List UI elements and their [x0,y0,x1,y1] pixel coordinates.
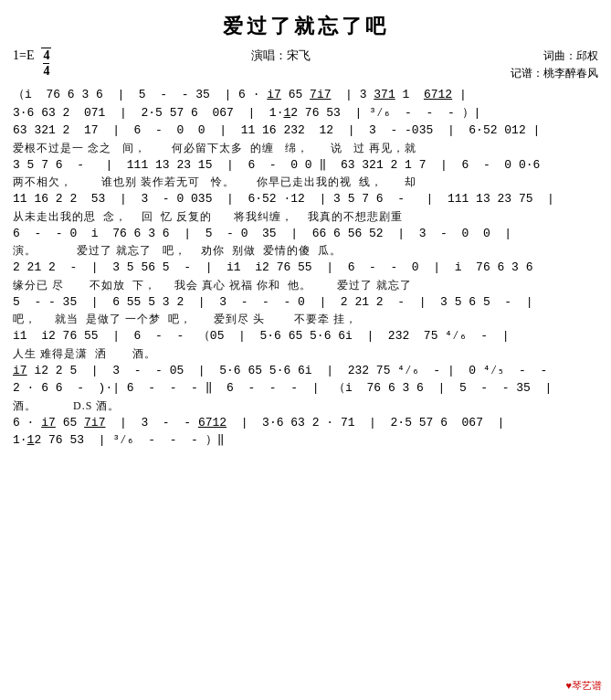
credits: 词曲：邱权 记谱：桃李醉春风 [511,48,598,82]
note-line: 3 5 7 6 - | 111 13 23 15 | 6 - 0 0 ‖ 63 … [13,156,598,175]
note-line: 6 · i7 65 7i7 | 3 - - 6712 | 3·6 63 2 · … [13,414,598,432]
note-line: 63 321 2 17 | 6 - 0 0 | 11 16 232 12 | 3… [13,122,598,140]
time-signature: 4 4 [41,48,51,79]
lyric-line: 人生 难得是潇 洒 酒。 [13,345,598,362]
key-label: 1=E [13,48,34,63]
note-line: 2 21 2 - | 3 5 56 5 - | i1 i2 76 55 | 6 … [13,259,598,277]
note-line: 5 - - 35 | 6 55 5 3 2 | 3 - - - 0 | 2 21… [13,293,598,312]
note-line: （i 76 6 3 6 | 5 - - 35 | 6 · i7 65 7i7 |… [13,86,598,104]
note-line: i1 i2 76 55 | 6 - - （05 | 5·6 65 5·6 6i … [13,327,598,345]
page: 爱过了就忘了吧 1=E 4 4 演唱：宋飞 词曲：邱权 记谱：桃李醉春风 （i … [0,0,611,700]
lyricist: 词曲：邱权 [511,48,598,65]
note-line: 1·12 76 53 | ³⁄₆ - - - ）‖ [13,431,598,450]
lyric-line: 爱根不过是一 念之 间， 何必留下太多 的缠 绵， 说 过 再见，就 [13,140,598,156]
note-line: i7 i2 2 5 | 3 - - 05 | 5·6 65 5·6 6i | 2… [13,362,598,380]
time-bottom: 4 [43,64,49,78]
note-line: 3·6 63 2 071 | 2·5 57 6 067 | 1·12 76 53… [13,104,598,122]
song-title: 爱过了就忘了吧 [13,13,598,40]
performer: 演唱：宋飞 [251,48,311,64]
note-line: 2 · 6 6 - )·| 6 - - - ‖ 6 - - - | （i 76 … [13,379,598,398]
key-signature: 1=E 4 4 [13,48,51,79]
note-line: 11 16 2 2 53 | 3 - 0 035 | 6·52 ·12 | 3 … [13,190,598,208]
note-line: 6 - - 0 i 76 6 3 6 | 5 - 0 35 | 66 6 56 … [13,225,598,243]
lyric-line: 缘分已 尽 不如放 下， 我会 真心 祝福 你和 他。 爱过了 就忘了 [13,277,598,293]
lyric-line: 吧， 就当 是做了 一个梦 吧， 爱到尽 头 不要牵 挂， [13,311,598,327]
lyric-line: 酒。 D.S 酒。 [13,398,598,414]
notation-credit: 记谱：桃李醉春风 [511,65,598,82]
music-content: （i 76 6 3 6 | 5 - - 35 | 6 · i7 65 7i7 |… [13,86,598,450]
lyric-line: 演。 爱过了 就忘了 吧， 劝你 别做 爱情的傻 瓜。 [13,242,598,259]
lyric-line: 从未走出我的思 念， 回 忆 反复的 将我纠缠， 我真的不想悲剧重 [13,208,598,225]
time-top: 4 [43,48,49,64]
lyric-line: 两不相欠， 谁也别 装作若无可 怜。 你早已走出我的视 线， 却 [13,174,598,190]
header-row: 1=E 4 4 演唱：宋飞 词曲：邱权 记谱：桃李醉春风 [13,48,598,82]
watermark: ♥琴艺谱 [565,679,602,693]
